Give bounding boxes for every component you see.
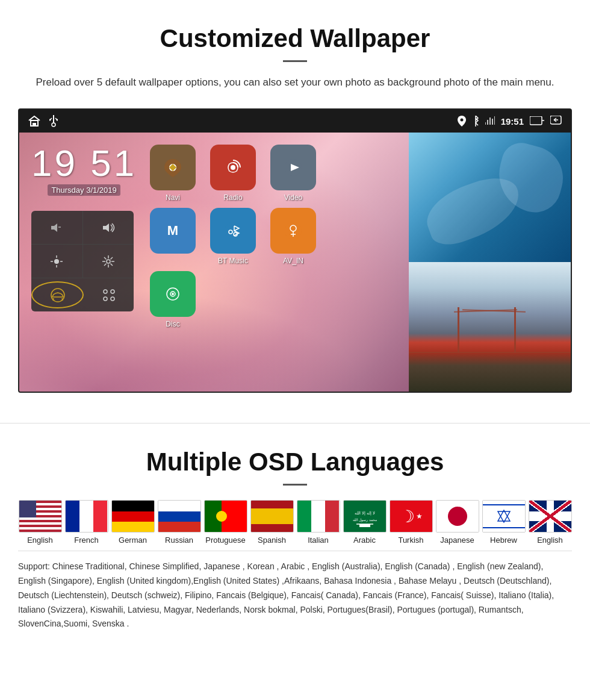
svg-point-29 — [104, 290, 107, 293]
app-avin[interactable]: AV_IN — [266, 208, 320, 265]
location-icon — [458, 116, 466, 127]
wallpaper-thumb-ice[interactable] — [409, 133, 571, 262]
app-navi[interactable]: Navi — [146, 145, 200, 202]
volume-down-btn[interactable] — [31, 211, 83, 244]
status-bar: 19:51 — [19, 110, 571, 133]
app-video[interactable]: Video — [266, 145, 320, 202]
svg-point-8 — [460, 119, 463, 122]
flag-italy-img — [297, 500, 340, 533]
flag-japanese: Japanese — [435, 500, 479, 545]
svg-rect-1 — [33, 123, 36, 126]
svg-text:لا إله إلا الله: لا إله إلا الله — [355, 511, 375, 516]
volume-up-btn[interactable] — [83, 211, 134, 244]
control-row-car — [31, 278, 134, 311]
wallpaper-description: Preload over 5 default wallpaper options… — [24, 74, 566, 90]
japan-circle-icon — [448, 507, 467, 526]
brightness-btn[interactable] — [31, 245, 83, 278]
flag-japan-img — [436, 500, 479, 533]
turkey-star-icon: ★ — [416, 512, 423, 520]
svg-text:محمد رسول الله: محمد رسول الله — [352, 518, 376, 522]
flag-english: English — [18, 500, 62, 545]
flag-french: French — [64, 500, 108, 545]
bluetooth-icon — [472, 116, 479, 127]
flag-arabic: لا إله إلا الله محمد رسول الله Arabic — [343, 500, 387, 545]
apps-btn[interactable] — [84, 278, 134, 311]
status-time: 19:51 — [501, 116, 524, 127]
app-m[interactable]: M — [146, 208, 200, 265]
flag-russian: Russian — [157, 500, 201, 545]
flag-hebrew: Hebrew — [482, 500, 526, 545]
wallpaper-thumb-bridge[interactable] — [409, 262, 571, 392]
control-row-volume — [31, 211, 134, 245]
flag-english-label: English — [27, 536, 53, 545]
flag-german-label: German — [119, 536, 147, 545]
flag-turkey-img: ☽ ★ — [390, 500, 433, 533]
flag-israel-img — [482, 500, 526, 533]
time-display: 19 51 Thursday 3/1/2019 — [31, 145, 137, 196]
svg-rect-53 — [359, 524, 370, 527]
languages-title-divider — [283, 484, 307, 486]
app-btmusic-label: BT Music — [218, 257, 248, 265]
svg-point-14 — [54, 259, 59, 264]
turkey-crescent-icon: ☽ — [400, 507, 415, 527]
svg-point-32 — [111, 297, 114, 301]
flag-german: German — [111, 500, 155, 545]
flag-saudi-img: لا إله إلا الله محمد رسول الله — [343, 500, 387, 533]
date-text: Thursday 3/1/2019 — [48, 184, 120, 196]
control-panel — [31, 211, 134, 311]
flag-arabic-label: Arabic — [353, 536, 376, 545]
app-disc-label: Disc — [166, 320, 179, 328]
svg-point-35 — [231, 165, 235, 170]
flag-spain-img — [250, 500, 294, 533]
flag-japanese-label: Japanese — [440, 536, 474, 545]
svg-point-30 — [111, 290, 114, 293]
app-radio[interactable]: Radio — [206, 145, 260, 202]
svg-line-26 — [110, 257, 113, 260]
flag-english-uk: English — [528, 500, 572, 545]
app-disc[interactable]: Disc — [146, 271, 200, 328]
svg-point-48 — [172, 293, 174, 295]
back-icon — [550, 116, 562, 127]
time-big: 19 51 — [31, 145, 137, 182]
flag-portuguese: Protuguese — [203, 500, 247, 545]
app-btmusic[interactable]: BT Music — [206, 208, 260, 265]
flag-germany-img — [111, 500, 155, 533]
svg-line-24 — [104, 257, 107, 260]
svg-point-38 — [225, 222, 241, 239]
languages-section: Multiple OSD Languages English French — [0, 436, 590, 649]
status-bar-right: 19:51 — [458, 116, 562, 127]
flag-russia-img — [158, 500, 201, 533]
support-text: Support: Chinese Traditional, Chinese Si… — [18, 551, 572, 631]
section-separator — [0, 423, 590, 423]
star-of-david-icon — [497, 509, 511, 523]
usb-icon — [49, 115, 58, 127]
languages-title: Multiple OSD Languages — [18, 448, 572, 477]
status-bar-left — [28, 115, 58, 127]
title-divider — [283, 60, 307, 62]
flag-english-uk-label: English — [537, 536, 563, 545]
flag-portugal-img — [204, 500, 247, 533]
flag-spanish: Spanish — [250, 500, 294, 545]
svg-point-31 — [104, 297, 107, 301]
app-avin-label: AV_IN — [283, 257, 303, 265]
svg-line-27 — [104, 263, 107, 266]
car-menu-panel: 19 51 Thursday 3/1/2019 — [19, 133, 409, 392]
svg-rect-9 — [530, 116, 542, 125]
flags-row: English French German — [18, 500, 572, 545]
flag-uk-img — [529, 500, 572, 533]
wallpaper-title: Customized Wallpaper — [18, 24, 572, 53]
wallpaper-section: Customized Wallpaper Preload over 5 defa… — [0, 0, 590, 411]
flag-portuguese-label: Protuguese — [205, 536, 246, 545]
app-icons-grid: Navi Radio Video — [146, 145, 320, 328]
svg-point-19 — [107, 260, 110, 263]
settings-btn[interactable] — [83, 245, 134, 278]
wallpaper-thumbnails — [409, 133, 571, 392]
car-info-btn[interactable] — [31, 281, 84, 308]
signal-icon — [485, 116, 495, 126]
flag-spanish-label: Spanish — [258, 536, 286, 545]
flag-hebrew-label: Hebrew — [490, 536, 517, 545]
wallpaper-demo-frame: 19:51 — [18, 108, 572, 393]
app-navi-label: Navi — [166, 193, 180, 202]
flag-turkish: ☽ ★ Turkish — [389, 500, 433, 545]
flag-french-label: French — [74, 536, 98, 545]
